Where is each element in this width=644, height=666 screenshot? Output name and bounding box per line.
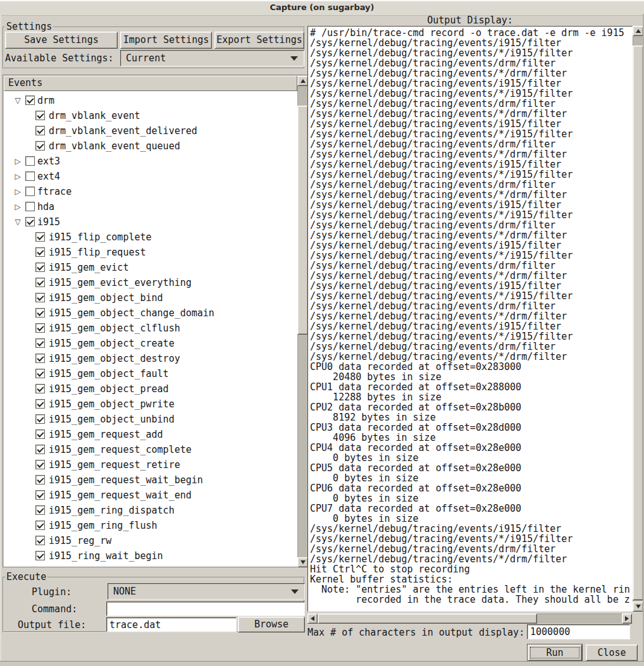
tree-row[interactable]: ▽ drm xyxy=(4,93,297,108)
expander-icon[interactable]: ▷ xyxy=(13,184,23,199)
event-checkbox[interactable] xyxy=(25,187,35,196)
tree-row[interactable]: ▷ ftrace xyxy=(4,184,297,199)
event-checkbox[interactable] xyxy=(35,475,45,484)
tree-row[interactable]: i915_gem_ring_flush xyxy=(4,518,297,533)
command-label: Command: xyxy=(32,604,77,614)
tree-row[interactable]: i915_gem_evict xyxy=(4,260,297,275)
scroll-up-button[interactable] xyxy=(633,26,643,36)
tree-row[interactable]: i915_gem_object_pwrite xyxy=(4,397,297,412)
event-checkbox[interactable] xyxy=(35,536,45,545)
tree-row[interactable]: drm_vblank_event xyxy=(4,108,297,123)
tree-row[interactable]: ▷ ext4 xyxy=(4,169,297,184)
output-file-input[interactable] xyxy=(106,617,237,632)
tree-row[interactable]: i915_gem_object_change_domain xyxy=(4,305,297,321)
tree-row[interactable]: ▽ i915 xyxy=(4,214,297,230)
event-checkbox[interactable] xyxy=(35,232,45,242)
tree-row[interactable]: i915_gem_object_bind xyxy=(4,290,297,305)
events-column-header[interactable]: Events xyxy=(4,76,297,91)
tree-row[interactable]: i915_gem_object_create xyxy=(4,336,297,351)
event-checkbox[interactable] xyxy=(35,429,45,439)
import-settings-button[interactable]: Import Settings xyxy=(120,32,212,49)
tree-row[interactable]: ▷ ext3 xyxy=(4,154,297,169)
command-input[interactable] xyxy=(106,601,305,616)
tree-row[interactable]: i915_gem_request_add xyxy=(4,427,297,442)
scroll-left-button[interactable] xyxy=(307,614,318,624)
events-scrollbar[interactable] xyxy=(297,76,308,567)
event-checkbox[interactable] xyxy=(35,278,45,287)
event-checkbox[interactable] xyxy=(35,354,45,363)
tree-row[interactable]: i915_flip_request xyxy=(4,245,297,260)
tree-row[interactable]: i915_gem_object_fault xyxy=(4,366,297,381)
expander-icon[interactable]: ▽ xyxy=(13,214,23,230)
output-vscrollbar-thumb[interactable] xyxy=(633,46,643,600)
close-button[interactable]: Close xyxy=(586,644,638,661)
output-line: /sys/kernel/debug/tracing/events/i915/fi… xyxy=(310,524,632,534)
output-line: CPU1 data recorded at offset=0x288000 xyxy=(310,382,632,392)
tree-row[interactable]: i915_gem_request_wait_begin xyxy=(4,472,297,488)
scroll-right-button[interactable] xyxy=(622,614,632,624)
event-checkbox[interactable] xyxy=(35,262,45,272)
tree-row[interactable]: i915_gem_object_unbind xyxy=(4,412,297,427)
output-hscrollbar-thumb[interactable] xyxy=(318,614,537,624)
available-settings-combo[interactable]: Current xyxy=(120,50,304,66)
tree-row[interactable]: drm_vblank_event_queued xyxy=(4,139,297,154)
output-text[interactable]: # /usr/bin/trace-cmd record -o trace.dat… xyxy=(307,26,633,612)
event-checkbox[interactable] xyxy=(35,111,45,120)
tree-row[interactable]: i915_gem_evict_everything xyxy=(4,275,297,290)
event-checkbox[interactable] xyxy=(35,445,45,454)
tree-row[interactable]: i915_gem_object_pread xyxy=(4,381,297,397)
event-checkbox[interactable] xyxy=(35,126,45,135)
event-checkbox[interactable] xyxy=(25,202,35,211)
tree-row[interactable]: ▷ hda xyxy=(4,199,297,214)
tree-row[interactable]: drm_vblank_event_delivered xyxy=(4,123,297,139)
event-checkbox[interactable] xyxy=(35,551,45,560)
event-checkbox[interactable] xyxy=(35,338,45,348)
events-tree[interactable]: ▽ drm drm_vblank_event drm_vblank_event_… xyxy=(4,91,297,567)
tree-row[interactable]: i915_gem_request_retire xyxy=(4,457,297,472)
event-label: drm xyxy=(37,93,54,108)
expander-icon[interactable]: ▽ xyxy=(13,93,23,108)
event-label: i915_gem_object_create xyxy=(49,336,175,351)
browse-button[interactable]: Browse xyxy=(238,617,305,632)
event-checkbox[interactable] xyxy=(35,141,45,151)
tree-row[interactable]: i915_gem_request_complete xyxy=(4,442,297,457)
event-checkbox[interactable] xyxy=(25,96,35,105)
tree-row[interactable]: i915_gem_request_wait_end xyxy=(4,488,297,503)
event-checkbox[interactable] xyxy=(35,293,45,302)
run-button[interactable]: Run xyxy=(528,644,582,661)
event-checkbox[interactable] xyxy=(35,505,45,515)
output-hscrollbar[interactable] xyxy=(307,614,632,624)
max-chars-input[interactable] xyxy=(527,624,630,639)
scroll-up-button[interactable] xyxy=(297,76,308,86)
event-checkbox[interactable] xyxy=(25,217,35,226)
tree-row[interactable]: i915_gem_object_destroy xyxy=(4,351,297,366)
event-checkbox[interactable] xyxy=(25,156,35,166)
expander-icon[interactable]: ▷ xyxy=(13,199,23,214)
expander-icon[interactable]: ▷ xyxy=(13,169,23,184)
scroll-down-button[interactable] xyxy=(297,557,308,567)
event-checkbox[interactable] xyxy=(35,384,45,393)
event-checkbox[interactable] xyxy=(35,490,45,500)
event-checkbox[interactable] xyxy=(35,460,45,469)
tree-row[interactable]: i915_gem_object_clflush xyxy=(4,321,297,336)
event-checkbox[interactable] xyxy=(35,369,45,378)
plugin-combo[interactable]: NONE xyxy=(108,583,305,600)
export-settings-button[interactable]: Export Settings xyxy=(214,32,304,49)
event-checkbox[interactable] xyxy=(35,247,45,257)
tree-row[interactable]: i915_reg_rw xyxy=(4,533,297,548)
event-checkbox[interactable] xyxy=(35,399,45,409)
event-checkbox[interactable] xyxy=(35,521,45,530)
tree-row[interactable]: i915_flip_complete xyxy=(4,230,297,245)
events-scrollbar-thumb[interactable] xyxy=(297,106,308,335)
tree-row[interactable]: i915_ring_wait_begin xyxy=(4,548,297,564)
event-checkbox[interactable] xyxy=(35,308,45,318)
expander-icon[interactable]: ▷ xyxy=(13,154,23,169)
output-vscrollbar[interactable] xyxy=(633,26,643,612)
save-settings-button[interactable]: Save Settings xyxy=(5,32,118,49)
event-checkbox[interactable] xyxy=(35,323,45,333)
window-titlebar[interactable]: Capture (on sugarbay) xyxy=(0,0,644,16)
event-checkbox[interactable] xyxy=(35,414,45,424)
event-checkbox[interactable] xyxy=(25,171,35,181)
tree-row[interactable]: i915_gem_ring_dispatch xyxy=(4,503,297,518)
scroll-down-button[interactable] xyxy=(633,601,643,612)
